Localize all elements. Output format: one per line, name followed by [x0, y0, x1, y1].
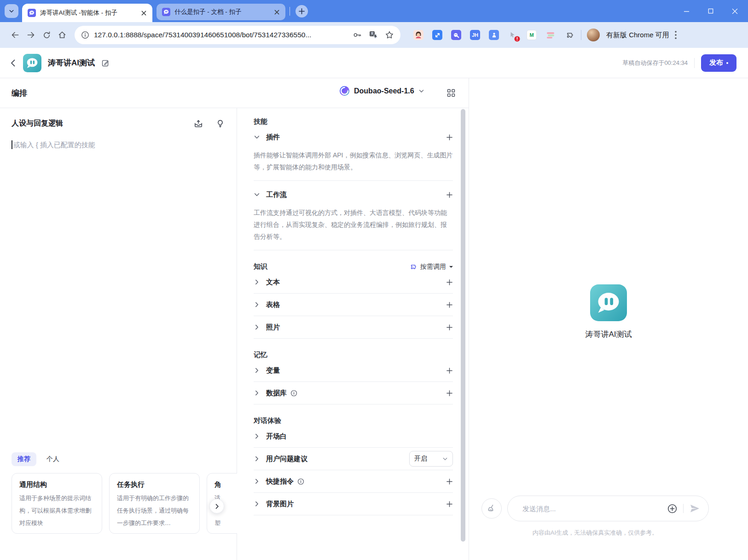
chevron-right-icon[interactable] [254, 301, 260, 308]
coze-favicon-icon [28, 9, 36, 17]
back-to-list-button[interactable] [9, 59, 17, 67]
ext-jh-label: JH [472, 32, 478, 38]
ext-jh-icon[interactable]: JH [470, 30, 480, 40]
suggestions-toggle-select[interactable]: 开启 [409, 451, 453, 467]
site-info-icon[interactable] [81, 31, 89, 39]
skill-row-database[interactable]: 数据库 [254, 382, 453, 404]
chevron-right-icon[interactable] [254, 501, 260, 507]
ext-resize-arrows-icon[interactable] [432, 30, 442, 40]
password-key-icon[interactable] [353, 30, 362, 40]
chevron-right-icon [214, 503, 220, 509]
input-divider [683, 504, 684, 513]
tab-close-icon[interactable] [273, 8, 281, 16]
card-description: 适用于多种场景的提示词结构，可以根据具体需求增删对应模块 [19, 492, 94, 529]
add-workflow-button[interactable] [446, 191, 453, 198]
translate-icon[interactable] [369, 30, 378, 40]
chevron-down-icon[interactable] [254, 191, 260, 198]
url-bar[interactable]: 127.0.0.1:8888/space/7531400391460651008… [75, 26, 400, 44]
browser-tab-active[interactable]: 涛哥讲AI测试 -智能体 - 扣子 [22, 4, 152, 22]
model-selector[interactable]: Doubao-Seed-1.6 [339, 86, 424, 96]
home-icon [58, 30, 67, 40]
reload-button[interactable] [39, 27, 54, 43]
ext-stripes-icon[interactable] [545, 30, 556, 40]
layout-blocks-icon[interactable] [446, 88, 456, 98]
attach-plus-icon[interactable] [667, 503, 678, 514]
skill-row-photo-knowledge[interactable]: 照片 [254, 316, 453, 338]
add-plugin-button[interactable] [446, 134, 453, 141]
forward-button[interactable] [23, 27, 39, 43]
persona-editor[interactable]: 或输入 { 插入已配置的技能 [0, 128, 237, 149]
skill-row-text-knowledge[interactable]: 文本 [254, 271, 453, 293]
extensions-row: JH M [413, 30, 574, 40]
publish-status-dot [726, 62, 728, 64]
card-title: 通用结构 [19, 480, 94, 489]
clear-chat-button[interactable] [481, 498, 502, 519]
knowledge-call-mode-dropdown[interactable]: 按需调用 [410, 263, 453, 271]
send-button[interactable] [689, 503, 700, 514]
add-table-knowledge-button[interactable] [446, 301, 453, 308]
reload-icon [42, 31, 51, 40]
add-text-knowledge-button[interactable] [446, 279, 453, 286]
window-close-button[interactable] [732, 8, 738, 14]
template-card-task[interactable]: 任务执行 适用于有明确的工作步骤的任务执行场景，通过明确每一步骤的工作要求… [109, 473, 200, 534]
template-card-general[interactable]: 通用结构 适用于多种场景的提示词结构，可以根据具体需求增删对应模块 [12, 473, 102, 534]
persona-section-title: 人设与回复逻辑 [12, 119, 63, 128]
publish-button[interactable]: 发布 [701, 54, 736, 72]
back-button[interactable] [7, 27, 23, 43]
profile-avatar[interactable] [587, 29, 600, 41]
chevron-right-icon[interactable] [254, 390, 260, 396]
add-shortcut-button[interactable] [446, 478, 453, 485]
info-icon[interactable] [290, 390, 297, 397]
tab-search-button[interactable] [5, 4, 18, 18]
chevron-right-icon[interactable] [254, 279, 260, 285]
add-database-button[interactable] [446, 390, 453, 397]
import-prompt-icon[interactable] [194, 119, 203, 128]
chrome-update-notice[interactable]: 有新版 Chrome 可用 [606, 31, 669, 40]
chevron-right-icon[interactable] [254, 433, 260, 439]
skills-scrollbar[interactable] [461, 109, 465, 542]
ext-figure-icon[interactable] [489, 30, 499, 40]
add-photo-knowledge-button[interactable] [446, 324, 453, 331]
carousel-next-button[interactable] [209, 499, 224, 514]
skill-row-suggestions[interactable]: 用户问题建议 开启 [254, 448, 453, 470]
skill-row-plugins[interactable]: 插件 [254, 126, 453, 148]
bookmark-star-icon[interactable] [385, 30, 394, 40]
message-input[interactable] [510, 505, 667, 513]
window-minimize-button[interactable] [684, 8, 690, 14]
browser-tab-inactive[interactable]: 什么是扣子 - 文档 - 扣子 [157, 4, 285, 20]
skill-row-opening[interactable]: 开场白 [254, 425, 453, 447]
tab-personal[interactable]: 个人 [46, 455, 59, 463]
browser-tab-strip: 涛哥讲AI测试 -智能体 - 扣子 什么是扣子 - 文档 - 扣子 [0, 0, 748, 22]
ext-wrench-icon[interactable] [451, 30, 461, 40]
window-maximize-button[interactable] [708, 8, 713, 14]
chevron-right-icon[interactable] [254, 324, 260, 330]
optimize-lightbulb-icon[interactable] [216, 119, 225, 128]
add-variable-button[interactable] [446, 367, 453, 374]
extensions-puzzle-icon[interactable] [564, 30, 574, 40]
tab-close-icon[interactable] [139, 9, 148, 17]
chevron-right-icon[interactable] [254, 456, 260, 462]
ext-avatar-icon[interactable] [413, 30, 423, 40]
chevron-down-icon[interactable] [254, 134, 260, 140]
home-button[interactable] [54, 27, 70, 43]
add-background-button[interactable] [446, 501, 453, 508]
info-icon[interactable] [297, 478, 304, 485]
ext-m-icon[interactable]: M [527, 30, 537, 40]
skill-row-table-knowledge[interactable]: 表格 [254, 294, 453, 316]
skill-row-workflow[interactable]: 工作流 [254, 184, 453, 206]
skill-row-label: 照片 [266, 323, 280, 332]
new-tab-button[interactable] [296, 5, 308, 17]
browser-menu-kebab-icon[interactable] [675, 31, 677, 39]
plugin-description: 插件能够让智能体调用外部 API，例如搜索信息、浏览网页、生成图片等，扩展智能体… [254, 149, 453, 173]
chevron-right-icon[interactable] [254, 478, 260, 485]
skill-row-label: 数据库 [266, 389, 287, 398]
tab-recommended[interactable]: 推荐 [12, 452, 36, 466]
skill-row-variables[interactable]: 变量 [254, 359, 453, 381]
skill-row-background-image[interactable]: 背景图片 [254, 493, 453, 515]
text-cursor [12, 140, 12, 149]
skill-row-shortcuts[interactable]: 快捷指令 [254, 470, 453, 492]
chevron-right-icon[interactable] [254, 367, 260, 374]
edit-bot-name-icon[interactable] [101, 59, 110, 67]
ext-cursor-alert-icon[interactable] [508, 30, 518, 40]
skill-row-label: 开场白 [266, 432, 287, 441]
